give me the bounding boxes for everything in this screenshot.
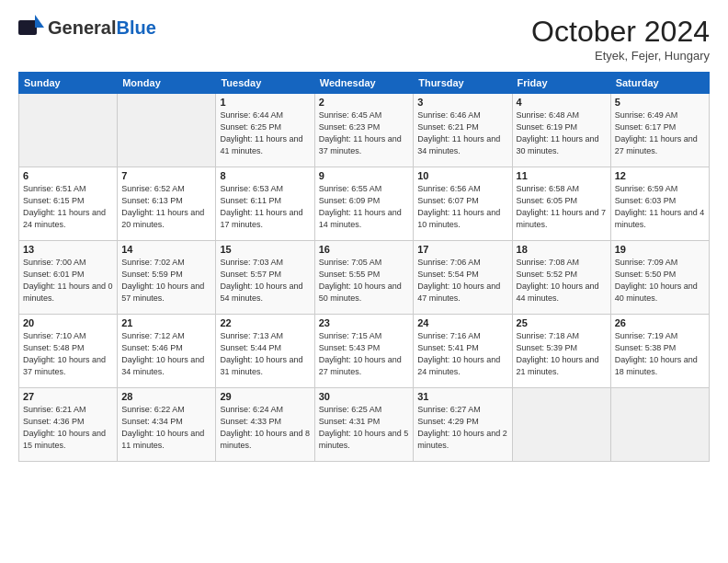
day-detail: Sunrise: 6:58 AM Sunset: 6:05 PM Dayligh…	[517, 183, 607, 231]
col-tuesday: Tuesday	[216, 73, 314, 94]
logo: GeneralBlue	[18, 15, 156, 40]
day-detail: Sunrise: 7:18 AM Sunset: 5:39 PM Dayligh…	[517, 330, 607, 378]
calendar-cell: 30Sunrise: 6:25 AM Sunset: 4:31 PM Dayli…	[314, 388, 414, 462]
calendar-cell: 28Sunrise: 6:22 AM Sunset: 4:34 PM Dayli…	[118, 388, 216, 462]
logo-text: GeneralBlue	[48, 17, 156, 39]
day-number: 29	[220, 391, 310, 402]
day-detail: Sunrise: 7:03 AM Sunset: 5:57 PM Dayligh…	[220, 257, 310, 304]
header: GeneralBlue October 2024 Etyek, Fejer, H…	[18, 15, 710, 63]
col-saturday: Saturday	[610, 73, 709, 94]
day-number: 19	[615, 244, 705, 255]
day-number: 3	[417, 97, 507, 108]
calendar-cell: 11Sunrise: 6:58 AM Sunset: 6:05 PM Dayli…	[512, 167, 610, 241]
calendar-cell: 18Sunrise: 7:08 AM Sunset: 5:52 PM Dayli…	[512, 241, 610, 315]
col-sunday: Sunday	[19, 73, 118, 94]
calendar-cell: 31Sunrise: 6:27 AM Sunset: 4:29 PM Dayli…	[414, 388, 512, 462]
day-detail: Sunrise: 7:10 AM Sunset: 5:48 PM Dayligh…	[23, 330, 113, 378]
day-number: 6	[23, 170, 113, 181]
calendar-cell: 10Sunrise: 6:56 AM Sunset: 6:07 PM Dayli…	[414, 167, 512, 241]
logo-icon	[18, 15, 44, 40]
day-detail: Sunrise: 6:59 AM Sunset: 6:03 PM Dayligh…	[615, 183, 705, 231]
day-number: 27	[23, 391, 113, 402]
day-detail: Sunrise: 6:53 AM Sunset: 6:11 PM Dayligh…	[220, 183, 310, 231]
day-number: 13	[23, 244, 113, 255]
day-detail: Sunrise: 6:45 AM Sunset: 6:23 PM Dayligh…	[319, 109, 410, 157]
svg-marker-1	[35, 15, 44, 28]
day-detail: Sunrise: 7:00 AM Sunset: 6:01 PM Dayligh…	[23, 257, 113, 304]
day-detail: Sunrise: 7:16 AM Sunset: 5:41 PM Dayligh…	[417, 330, 507, 378]
calendar-cell: 25Sunrise: 7:18 AM Sunset: 5:39 PM Dayli…	[512, 315, 610, 388]
location: Etyek, Fejer, Hungary	[531, 49, 710, 63]
day-detail: Sunrise: 6:44 AM Sunset: 6:25 PM Dayligh…	[220, 109, 310, 157]
day-detail: Sunrise: 6:21 AM Sunset: 4:36 PM Dayligh…	[23, 404, 113, 452]
calendar-cell	[610, 388, 709, 462]
calendar-cell: 15Sunrise: 7:03 AM Sunset: 5:57 PM Dayli…	[216, 241, 314, 315]
day-detail: Sunrise: 6:51 AM Sunset: 6:15 PM Dayligh…	[23, 183, 113, 231]
day-number: 2	[319, 97, 410, 108]
day-number: 16	[319, 244, 410, 255]
calendar-cell: 2Sunrise: 6:45 AM Sunset: 6:23 PM Daylig…	[314, 94, 414, 167]
day-number: 7	[121, 170, 211, 181]
day-detail: Sunrise: 6:27 AM Sunset: 4:29 PM Dayligh…	[417, 404, 507, 452]
day-number: 25	[517, 317, 607, 328]
calendar-cell: 1Sunrise: 6:44 AM Sunset: 6:25 PM Daylig…	[216, 94, 314, 167]
calendar-week-4: 20Sunrise: 7:10 AM Sunset: 5:48 PM Dayli…	[19, 315, 710, 388]
page: GeneralBlue October 2024 Etyek, Fejer, H…	[0, 0, 728, 563]
calendar-cell: 24Sunrise: 7:16 AM Sunset: 5:41 PM Dayli…	[414, 315, 512, 388]
calendar-cell: 7Sunrise: 6:52 AM Sunset: 6:13 PM Daylig…	[118, 167, 216, 241]
calendar-cell: 17Sunrise: 7:06 AM Sunset: 5:54 PM Dayli…	[414, 241, 512, 315]
calendar-cell: 4Sunrise: 6:48 AM Sunset: 6:19 PM Daylig…	[512, 94, 610, 167]
day-number: 24	[417, 317, 507, 328]
logo-general: General	[48, 17, 116, 38]
day-number: 4	[517, 97, 607, 108]
calendar-cell: 9Sunrise: 6:55 AM Sunset: 6:09 PM Daylig…	[314, 167, 414, 241]
calendar-table: Sunday Monday Tuesday Wednesday Thursday…	[18, 72, 710, 462]
calendar-cell: 21Sunrise: 7:12 AM Sunset: 5:46 PM Dayli…	[118, 315, 216, 388]
day-detail: Sunrise: 7:12 AM Sunset: 5:46 PM Dayligh…	[121, 330, 211, 378]
col-friday: Friday	[512, 73, 610, 94]
calendar-cell: 23Sunrise: 7:15 AM Sunset: 5:43 PM Dayli…	[314, 315, 414, 388]
calendar-week-1: 1Sunrise: 6:44 AM Sunset: 6:25 PM Daylig…	[19, 94, 710, 167]
day-number: 31	[417, 391, 507, 402]
day-number: 28	[121, 391, 211, 402]
day-number: 22	[220, 317, 310, 328]
day-number: 20	[23, 317, 113, 328]
day-number: 8	[220, 170, 310, 181]
col-monday: Monday	[118, 73, 216, 94]
day-detail: Sunrise: 7:05 AM Sunset: 5:55 PM Dayligh…	[319, 257, 410, 304]
day-detail: Sunrise: 7:15 AM Sunset: 5:43 PM Dayligh…	[319, 330, 410, 378]
day-number: 11	[517, 170, 607, 181]
day-detail: Sunrise: 6:52 AM Sunset: 6:13 PM Dayligh…	[121, 183, 211, 231]
day-detail: Sunrise: 6:48 AM Sunset: 6:19 PM Dayligh…	[517, 109, 607, 157]
day-detail: Sunrise: 6:49 AM Sunset: 6:17 PM Dayligh…	[615, 109, 705, 157]
logo-blue: Blue	[116, 17, 155, 38]
calendar-cell: 16Sunrise: 7:05 AM Sunset: 5:55 PM Dayli…	[314, 241, 414, 315]
calendar-cell: 6Sunrise: 6:51 AM Sunset: 6:15 PM Daylig…	[19, 167, 118, 241]
calendar-cell: 13Sunrise: 7:00 AM Sunset: 6:01 PM Dayli…	[19, 241, 118, 315]
calendar-cell: 12Sunrise: 6:59 AM Sunset: 6:03 PM Dayli…	[610, 167, 709, 241]
day-detail: Sunrise: 6:25 AM Sunset: 4:31 PM Dayligh…	[319, 404, 410, 452]
day-detail: Sunrise: 6:55 AM Sunset: 6:09 PM Dayligh…	[319, 183, 410, 231]
day-detail: Sunrise: 7:09 AM Sunset: 5:50 PM Dayligh…	[615, 257, 705, 304]
day-number: 12	[615, 170, 705, 181]
day-number: 15	[220, 244, 310, 255]
day-number: 18	[517, 244, 607, 255]
day-number: 23	[319, 317, 410, 328]
calendar-cell: 29Sunrise: 6:24 AM Sunset: 4:33 PM Dayli…	[216, 388, 314, 462]
calendar-cell	[19, 94, 118, 167]
calendar-cell: 27Sunrise: 6:21 AM Sunset: 4:36 PM Dayli…	[19, 388, 118, 462]
day-detail: Sunrise: 6:46 AM Sunset: 6:21 PM Dayligh…	[417, 109, 507, 157]
calendar-header-row: Sunday Monday Tuesday Wednesday Thursday…	[19, 73, 710, 94]
calendar-cell	[118, 94, 216, 167]
day-detail: Sunrise: 7:08 AM Sunset: 5:52 PM Dayligh…	[517, 257, 607, 304]
calendar-cell: 3Sunrise: 6:46 AM Sunset: 6:21 PM Daylig…	[414, 94, 512, 167]
calendar-cell: 19Sunrise: 7:09 AM Sunset: 5:50 PM Dayli…	[610, 241, 709, 315]
day-detail: Sunrise: 6:24 AM Sunset: 4:33 PM Dayligh…	[220, 404, 310, 452]
col-wednesday: Wednesday	[314, 73, 414, 94]
calendar-week-5: 27Sunrise: 6:21 AM Sunset: 4:36 PM Dayli…	[19, 388, 710, 462]
day-number: 1	[220, 97, 310, 108]
day-number: 26	[615, 317, 705, 328]
col-thursday: Thursday	[414, 73, 512, 94]
logo-wrapper: GeneralBlue	[18, 15, 156, 40]
title-block: October 2024 Etyek, Fejer, Hungary	[531, 15, 710, 63]
